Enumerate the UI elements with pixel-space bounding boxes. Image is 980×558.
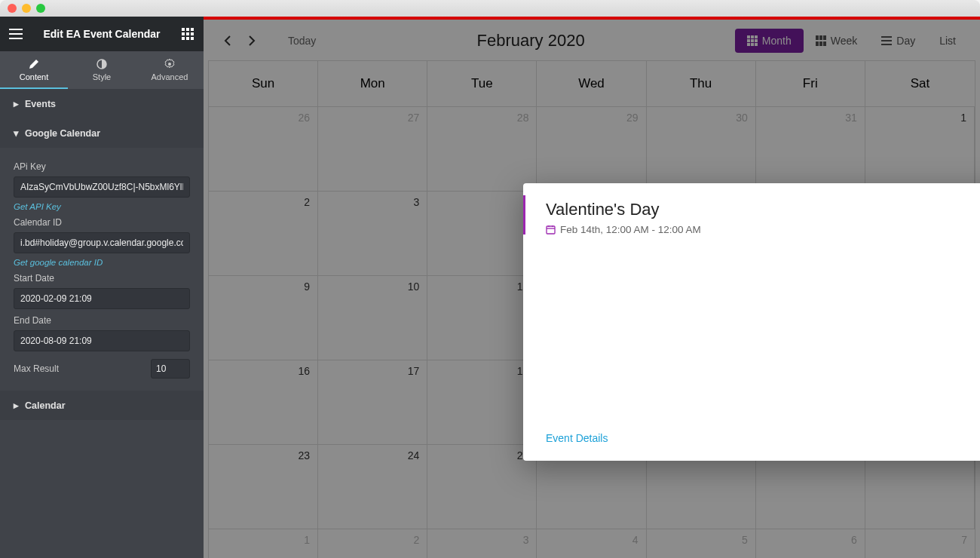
get-api-key-link[interactable]: Get API Key [14, 202, 190, 211]
start-date-label: Start Date [14, 273, 190, 284]
event-title: Valentine's Day [546, 200, 980, 219]
event-time-text: Feb 14th, 12:00 AM - 12:00 AM [560, 224, 701, 235]
get-calendar-id-link[interactable]: Get google calendar ID [14, 258, 190, 267]
chevron-right-icon: ▸ [14, 400, 19, 411]
calendar-id-input[interactable] [14, 232, 190, 253]
contrast-icon [68, 59, 136, 69]
tab-label: Style [93, 72, 111, 81]
svg-rect-5 [191, 32, 194, 35]
section-label: Calendar [25, 400, 66, 411]
svg-rect-2 [191, 28, 194, 31]
close-window-button[interactable] [8, 4, 17, 13]
svg-rect-3 [182, 32, 185, 35]
sidebar-tabs: Content Style Advanced [0, 51, 204, 89]
event-details-link[interactable]: Event Details [546, 432, 608, 444]
api-key-label: APi Key [14, 161, 190, 172]
tab-advanced[interactable]: Advanced [136, 51, 204, 89]
sidebar-header: Edit EA Event Calendar [0, 17, 204, 51]
end-date-label: End Date [14, 315, 190, 326]
section-calendar[interactable]: ▸ Calendar [0, 391, 204, 420]
end-date-input[interactable] [14, 330, 190, 351]
chevron-down-icon: ▾ [14, 127, 19, 139]
hamburger-icon[interactable] [9, 27, 23, 41]
gear-icon [136, 59, 204, 69]
main-preview: Today February 2020 Month Week Day [204, 17, 980, 558]
sidebar-title: Edit EA Event Calendar [23, 28, 181, 40]
section-label: Events [25, 99, 56, 109]
svg-rect-6 [182, 37, 185, 40]
editor-sidebar: Edit EA Event Calendar Content Style [0, 17, 204, 558]
tab-label: Content [20, 72, 49, 81]
start-date-input[interactable] [14, 288, 190, 309]
max-result-label: Max Result [14, 363, 59, 374]
calendar-icon [546, 225, 556, 235]
svg-rect-0 [182, 28, 185, 31]
event-modal: ✕ Valentine's Day Feb 14th, 12:00 AM - 1… [523, 183, 980, 461]
section-google-calendar[interactable]: ▾ Google Calendar [0, 118, 204, 148]
minimize-window-button[interactable] [22, 4, 31, 13]
svg-rect-1 [186, 28, 189, 31]
api-key-input[interactable] [14, 176, 190, 198]
svg-rect-29 [547, 226, 555, 234]
maximize-window-button[interactable] [36, 4, 45, 13]
svg-rect-4 [186, 32, 189, 35]
calendar-id-label: Calendar ID [14, 217, 190, 228]
event-time: Feb 14th, 12:00 AM - 12:00 AM [546, 224, 980, 235]
svg-rect-7 [186, 37, 189, 40]
pencil-icon [0, 59, 68, 69]
svg-rect-8 [191, 37, 194, 40]
max-result-input[interactable] [151, 359, 190, 379]
section-events[interactable]: ▸ Events [0, 89, 204, 118]
window-chrome [0, 0, 980, 17]
event-accent [523, 195, 525, 235]
chevron-right-icon: ▸ [14, 98, 19, 109]
section-google-calendar-body: APi Key Get API Key Calendar ID Get goog… [0, 148, 204, 391]
tab-content[interactable]: Content [0, 51, 68, 89]
apps-grid-icon[interactable] [181, 27, 194, 41]
svg-point-10 [168, 63, 171, 66]
tab-style[interactable]: Style [68, 51, 136, 89]
tab-label: Advanced [152, 72, 188, 81]
section-label: Google Calendar [25, 128, 100, 139]
